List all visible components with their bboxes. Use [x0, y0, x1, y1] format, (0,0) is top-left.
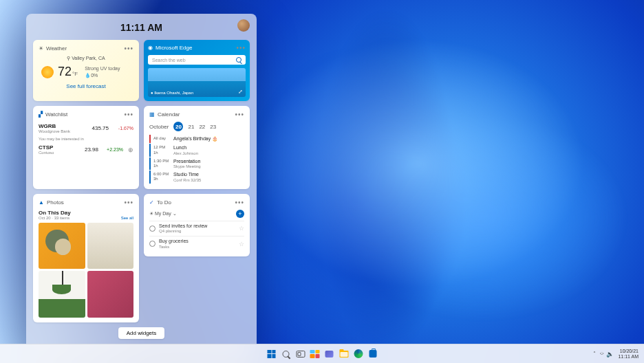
wifi-icon: ⌔: [600, 351, 603, 358]
calendar-widget[interactable]: ▦ Calendar ••• October 20 21 22 23 All d…: [144, 106, 250, 189]
photos-icon: ▲: [39, 199, 44, 206]
watchlist-widget[interactable]: ▞ Watchlist ••• WGRB Woodgrove Bank 435.…: [33, 106, 139, 189]
calendar-title: Calendar: [158, 111, 232, 118]
todo-widget[interactable]: ✓ To Do ••• ☀ My Day ⌄ + Send invites fo…: [144, 194, 250, 256]
more-icon[interactable]: •••: [124, 111, 133, 118]
event-time: 12 PM: [153, 145, 170, 150]
task-title: Buy groceries: [159, 239, 235, 244]
edge-button[interactable]: [352, 348, 365, 360]
calendar-day-active[interactable]: 20: [173, 122, 183, 131]
edge-icon: [354, 349, 363, 358]
weather-title: Weather: [46, 45, 121, 52]
photo-thumbnail[interactable]: [87, 271, 134, 318]
calendar-event[interactable]: 12 PM1h LunchAlex Johnson: [149, 144, 244, 156]
event-duration: 1h: [153, 151, 170, 155]
see-all-link[interactable]: See all: [121, 216, 133, 220]
more-icon[interactable]: •••: [124, 45, 133, 52]
task-checkbox[interactable]: [149, 241, 155, 247]
calendar-event[interactable]: All day Angela's Birthday 🎂: [149, 135, 244, 143]
photos-subtitle: Oct 20 · 33 items: [39, 216, 69, 220]
event-sub: Conf Rm 32/35: [173, 178, 201, 182]
task-row[interactable]: Send invites for reviewQ4 planning ☆: [149, 221, 244, 236]
expand-icon[interactable]: ⤢: [238, 89, 243, 95]
photo-thumbnail[interactable]: [87, 223, 134, 270]
event-title: Lunch: [173, 145, 198, 151]
calendar-event[interactable]: 6:00 PM3h Studio TimeConf Rm 32/35: [149, 170, 244, 183]
task-row[interactable]: Buy groceriesTasks ☆: [149, 236, 244, 252]
weather-icon: ☀: [39, 45, 43, 52]
taskview-icon: [296, 351, 305, 358]
calendar-day[interactable]: 21: [188, 124, 194, 130]
widgets-button[interactable]: [309, 348, 321, 360]
event-time: 1:30 PM: [153, 159, 170, 164]
event-sub: Skype Meeting: [173, 164, 201, 168]
search-button[interactable]: [280, 348, 292, 360]
search-icon: [283, 351, 290, 358]
event-time: 6:00 PM: [153, 172, 170, 177]
todo-icon: ✓: [149, 199, 154, 206]
watchlist-title: Watchlist: [45, 111, 121, 118]
star-icon[interactable]: ☆: [239, 225, 244, 232]
folder-icon: [339, 351, 348, 358]
taskbar-clock[interactable]: 10/20/21 11:11 AM: [618, 349, 638, 359]
photos-widget[interactable]: ▲ Photos ••• On This Day Oct 20 · 33 ite…: [33, 194, 139, 322]
event-title: Studio Time: [173, 172, 201, 177]
add-task-button[interactable]: +: [236, 210, 244, 218]
explorer-button[interactable]: [338, 348, 350, 360]
precip: 0%: [91, 73, 98, 78]
stock-symbol: CTSP: [39, 144, 66, 151]
event-duration: 3h: [153, 177, 170, 182]
taskview-button[interactable]: [294, 348, 307, 360]
weather-condition: Strong UV today: [85, 65, 120, 72]
tray-chevron-icon[interactable]: ˄: [593, 351, 596, 357]
stock-price: 23.98: [78, 146, 98, 153]
star-icon[interactable]: ☆: [239, 241, 244, 248]
stock-row[interactable]: CTSP Contoso 23.98 +2.23% ⊕: [39, 143, 133, 156]
weather-location: Valley Park, CA: [72, 56, 105, 60]
stock-change: -1.67%: [111, 126, 133, 131]
sun-icon: [41, 66, 54, 78]
user-avatar[interactable]: [237, 19, 250, 32]
add-icon[interactable]: ⊕: [128, 146, 133, 153]
pin-icon: ●: [151, 91, 153, 95]
stock-row[interactable]: WGRB Woodgrove Bank 435.75 -1.67%: [39, 122, 133, 135]
event-duration: 1h: [153, 164, 170, 168]
calendar-day[interactable]: 22: [199, 124, 205, 130]
photos-title: Photos: [47, 199, 122, 206]
temp-unit: °F: [72, 71, 78, 77]
weather-widget[interactable]: ☀ Weather ••• ⚲ Valley Park, CA 72 °F St…: [33, 40, 139, 101]
task-sub: Q4 planning: [159, 229, 235, 234]
myday-dropdown[interactable]: ☀ My Day ⌄: [149, 211, 177, 217]
photo-thumbnail[interactable]: [39, 271, 85, 318]
store-button[interactable]: [367, 348, 379, 360]
more-icon[interactable]: •••: [236, 44, 246, 52]
todo-title: To Do: [157, 199, 232, 206]
photo-thumbnail[interactable]: [39, 223, 85, 270]
task-checkbox[interactable]: [149, 226, 155, 232]
add-widgets-button[interactable]: Add widgets: [118, 327, 165, 339]
more-icon[interactable]: •••: [235, 111, 244, 118]
temperature: 72: [58, 65, 72, 79]
calendar-event[interactable]: 1:30 PM1h PresentationSkype Meeting: [149, 157, 244, 170]
photos-heading: On This Day: [39, 210, 133, 216]
edge-location: ● Ikema Ohashi, Japan: [151, 91, 193, 95]
more-icon[interactable]: •••: [235, 199, 244, 206]
edge-search-input[interactable]: Search the web: [148, 55, 246, 65]
interest-label: You may be interested in: [39, 137, 133, 141]
forecast-link[interactable]: See full forecast: [39, 83, 133, 89]
stock-name: Woodgrove Bank: [39, 129, 85, 133]
start-button[interactable]: [266, 348, 278, 360]
edge-icon: ◉: [148, 45, 153, 51]
more-icon[interactable]: •••: [124, 199, 133, 206]
droplet-icon: 💧: [85, 73, 91, 78]
edge-widget[interactable]: ◉ Microsoft Edge ••• Search the web ● Ik…: [144, 40, 250, 101]
system-tray[interactable]: ⌔ 🔈: [600, 351, 614, 358]
chat-button[interactable]: [323, 348, 336, 360]
edge-image[interactable]: ● Ikema Ohashi, Japan ⤢: [148, 68, 246, 97]
volume-icon: 🔈: [606, 351, 614, 358]
desktop-wallpaper: 11:11 AM ☀ Weather ••• ⚲ Valley Park, CA: [0, 0, 644, 363]
calendar-day[interactable]: 23: [210, 124, 216, 130]
stock-symbol: WGRB: [39, 123, 66, 129]
stock-change: +2.23%: [101, 147, 123, 152]
calendar-icon: ▦: [149, 111, 155, 118]
